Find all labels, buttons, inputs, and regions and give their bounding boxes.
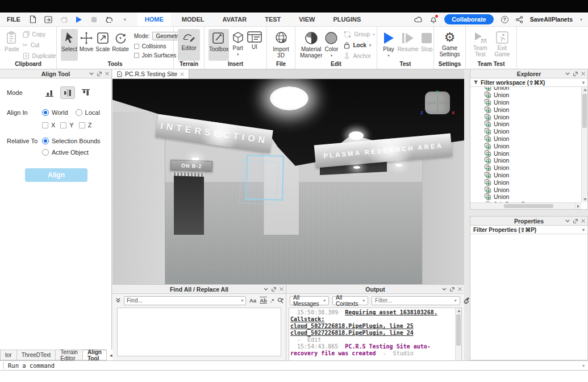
tab-align-tool[interactable]: Align Tool	[83, 350, 107, 360]
game-settings-button[interactable]: ⚙ Game Settings	[438, 29, 461, 61]
collapse-chevron-icon[interactable]	[565, 72, 570, 75]
3d-scene[interactable]: INTERSECTION PLASMA RESEARCH AREA ON B-2	[112, 79, 464, 284]
tab-tor[interactable]: tor	[0, 350, 17, 360]
ui-button[interactable]: UI	[247, 29, 262, 61]
scroll-right-icon[interactable]	[575, 202, 581, 209]
popout-icon[interactable]	[573, 72, 578, 76]
find-input[interactable]	[127, 297, 241, 304]
tab-terrain-editor[interactable]: Terrain Editor	[56, 350, 83, 360]
viewport-tab[interactable]: PC.R.S Testing Site	[112, 69, 189, 78]
stop-button[interactable]: Stop	[420, 29, 433, 61]
import-3d-button[interactable]: Import 3D	[271, 29, 291, 61]
collaborate-button[interactable]: Collaborate	[444, 14, 494, 24]
output-vertical-scrollbar[interactable]	[455, 308, 461, 367]
command-input[interactable]	[5, 362, 582, 369]
active-object-radio[interactable]: Active Object	[42, 149, 89, 156]
stop-quick-icon[interactable]	[90, 15, 99, 24]
axis-x-checkbox[interactable]: X	[42, 122, 55, 128]
output-segment-link[interactable]: Callstack:	[290, 316, 324, 322]
axis-y-checkbox[interactable]: Y	[60, 122, 73, 128]
terrain-editor-button[interactable]: Editor	[178, 29, 200, 61]
select-tool-button[interactable]: Select	[61, 29, 78, 61]
contexts-filter-dropdown[interactable]: All Contexts ▾	[332, 296, 368, 305]
rotate-tool-button[interactable]: Rotate	[111, 29, 129, 61]
tree-item[interactable]: Union	[470, 128, 587, 135]
output-log[interactable]: 15:50:38.309 Requiring asset 1638103268.…	[290, 309, 454, 366]
close-icon[interactable]	[581, 219, 585, 223]
account-dropdown-icon[interactable]: ▾	[580, 17, 582, 22]
tabs-prev-icon[interactable]: ◂	[110, 352, 112, 358]
find-all-icon[interactable]	[277, 297, 283, 304]
world-radio[interactable]: World	[42, 109, 68, 116]
output-segment-link[interactable]: cloud_5027226818.PipePlugin, line 24	[290, 330, 414, 336]
align-button[interactable]: Align	[25, 168, 87, 182]
tree-item[interactable]: Union	[470, 92, 587, 99]
popout-icon[interactable]	[272, 287, 276, 292]
close-icon[interactable]	[458, 287, 462, 291]
collapse-chevron-icon[interactable]	[89, 72, 94, 75]
anchor-button[interactable]: Anchor	[342, 51, 376, 61]
material-manager-button[interactable]: Material Manager	[299, 29, 323, 61]
match-case-button[interactable]: Aa	[249, 297, 256, 304]
redo-icon[interactable]	[59, 15, 68, 24]
close-icon[interactable]	[280, 287, 283, 291]
tree-item[interactable]: Union	[470, 172, 587, 179]
output-filter-input[interactable]	[375, 297, 450, 304]
share-icon[interactable]	[516, 16, 523, 23]
copy-button[interactable]: Copy	[21, 30, 58, 39]
align-max-mode-button[interactable]	[78, 86, 93, 99]
viewcube-right-face[interactable]: Right	[439, 100, 448, 105]
undo-icon[interactable]	[105, 15, 114, 24]
command-bar-grip[interactable]	[0, 363, 5, 368]
tab-test[interactable]: TEST	[257, 13, 288, 26]
duplicate-button[interactable]: Duplicate	[21, 51, 58, 61]
align-center-mode-button[interactable]	[60, 86, 75, 99]
collapse-chevron-icon[interactable]	[442, 288, 447, 290]
help-icon[interactable]: ?	[501, 16, 508, 23]
tree-item[interactable]: Union	[470, 87, 587, 92]
tree-item[interactable]: Union	[470, 164, 587, 172]
publish-cloud-icon[interactable]	[414, 16, 423, 23]
explorer-vertical-scrollbar[interactable]	[581, 87, 587, 202]
whole-word-button[interactable]: Ab	[260, 297, 267, 304]
tree-item[interactable]: Union	[470, 99, 587, 106]
tab-avatar[interactable]: AVATAR	[215, 13, 255, 26]
local-radio[interactable]: Local	[76, 109, 100, 116]
tab-model[interactable]: MODEL	[174, 13, 212, 26]
account-name[interactable]: SaveAllPlanets	[530, 16, 573, 23]
toolbox-button[interactable]: Toolbox	[208, 29, 229, 61]
color-button[interactable]: Color ▾	[324, 29, 339, 61]
notifications-bell-icon[interactable]	[430, 16, 437, 23]
viewcube-back-face[interactable]: Back	[428, 100, 436, 105]
align-min-mode-button[interactable]	[42, 86, 57, 99]
collapse-chevron-icon[interactable]	[264, 288, 268, 290]
color-dropdown-icon[interactable]: ▾	[331, 53, 333, 57]
tree-item[interactable]: Union	[470, 142, 587, 150]
tree-item[interactable]: Union	[470, 106, 587, 113]
tab-threedtext[interactable]: ThreeDText	[17, 350, 56, 360]
expand-replace-icon[interactable]	[116, 298, 120, 303]
tree-item[interactable]: Union	[470, 135, 587, 143]
output-segment-link[interactable]: Requiring asset 1638103268.	[345, 309, 437, 315]
qat-dropdown-icon[interactable]: ▾	[120, 15, 130, 24]
view-cube[interactable]: Back Right Y Z X	[423, 89, 452, 117]
lock-button[interactable]: Lock ▾	[342, 40, 376, 50]
popout-icon[interactable]	[450, 287, 454, 292]
popout-icon[interactable]	[573, 219, 578, 223]
output-segment-link[interactable]: cloud_5027226818.PipePlugin, line 25	[290, 323, 414, 329]
tree-item[interactable]: Union	[470, 193, 587, 201]
paste-button[interactable]: Paste	[4, 29, 20, 61]
popout-icon[interactable]	[97, 72, 102, 76]
explorer-filter[interactable]: Filter workspace (⇧⌘X) ▾	[470, 78, 587, 87]
play-quick-icon[interactable]	[74, 15, 84, 24]
collapse-chevron-icon[interactable]	[565, 219, 570, 222]
find-history-dropdown-icon[interactable]: ▾	[241, 298, 243, 302]
file-menu[interactable]: FILE	[0, 16, 28, 23]
find-results-area[interactable]	[117, 308, 281, 356]
tree-item[interactable]: Union	[470, 113, 587, 121]
cut-button[interactable]: ✂ Cut	[21, 40, 58, 50]
tree-item[interactable]: Union	[470, 157, 587, 164]
command-dropdown-icon[interactable]: ▾	[582, 363, 588, 368]
open-file-icon[interactable]	[44, 15, 53, 24]
new-file-icon[interactable]	[28, 15, 37, 24]
